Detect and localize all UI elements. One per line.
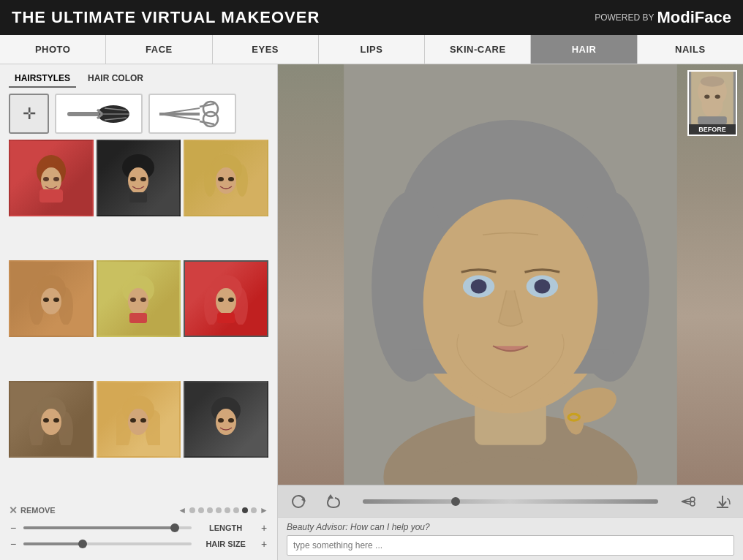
- before-thumbnail: BEFORE: [687, 70, 737, 136]
- crop-scissors-icon: [679, 493, 696, 510]
- tab-photo[interactable]: PHOTO: [0, 35, 106, 64]
- color-slider[interactable]: [363, 499, 658, 504]
- svg-rect-18: [39, 189, 63, 203]
- main-layout: HAIRSTYLES HAIR COLOR ✛: [0, 64, 743, 560]
- nav-tabs: PHOTO FACE EYES LIPS SKIN-CARE HAIR NAIL…: [0, 35, 743, 64]
- remove-button[interactable]: ✕ REMOVE: [9, 504, 56, 516]
- move-icon: ✛: [23, 105, 36, 124]
- hairstyle-item-2[interactable]: [97, 140, 181, 216]
- svg-point-83: [701, 76, 724, 86]
- brush-tool-button[interactable]: [55, 94, 143, 134]
- page-dot-8[interactable]: [251, 507, 257, 513]
- svg-point-52: [43, 418, 49, 423]
- undo-icon-button[interactable]: [322, 490, 345, 513]
- download-icon-button[interactable]: [711, 490, 734, 513]
- hairsize-decrease[interactable]: −: [9, 538, 18, 550]
- before-label: BEFORE: [689, 124, 736, 135]
- hairstyle-item-1[interactable]: [9, 140, 94, 216]
- color-slider-container: [357, 499, 664, 504]
- color-slider-thumb[interactable]: [451, 497, 460, 506]
- brand-name: ModiFace: [657, 8, 731, 27]
- hairstyle-item-7[interactable]: [9, 381, 94, 458]
- hairstyle-item-5[interactable]: [97, 260, 181, 337]
- svg-point-46: [228, 298, 234, 302]
- page-dot-7[interactable]: [242, 507, 248, 513]
- svg-point-63: [228, 418, 234, 423]
- tab-nails[interactable]: NAILS: [638, 35, 743, 64]
- subtab-hair-color[interactable]: HAIR COLOR: [82, 70, 149, 88]
- page-dot-2[interactable]: [198, 507, 204, 513]
- svg-point-38: [130, 298, 136, 302]
- svg-point-94: [690, 502, 695, 506]
- tab-eyes[interactable]: EYES: [213, 35, 319, 64]
- pagination: ◄ ►: [178, 505, 268, 515]
- subtab-hairstyles[interactable]: HAIRSTYLES: [9, 70, 76, 88]
- svg-point-25: [204, 164, 216, 197]
- face-with-hair: BEFORE: [278, 64, 743, 485]
- page-dot-4[interactable]: [216, 507, 222, 513]
- length-decrease[interactable]: −: [9, 522, 18, 534]
- hairstyle-item-8[interactable]: [97, 381, 181, 458]
- svg-point-28: [218, 177, 224, 181]
- hairsize-label: HAIR SIZE: [197, 540, 254, 548]
- beauty-advisor-title: Beauty Advisor:: [287, 522, 348, 532]
- tool-row: ✛: [0, 88, 277, 140]
- pagination-next[interactable]: ►: [260, 505, 268, 515]
- svg-point-59: [140, 418, 146, 423]
- scissors-icon-button[interactable]: [676, 490, 699, 513]
- pagination-prev[interactable]: ◄: [178, 505, 186, 515]
- svg-point-93: [690, 497, 695, 502]
- svg-rect-47: [217, 313, 235, 323]
- undo-icon: [325, 493, 342, 510]
- scissors-tool-button[interactable]: [148, 94, 236, 134]
- hairsize-increase[interactable]: +: [260, 538, 268, 550]
- svg-point-58: [130, 418, 136, 423]
- svg-point-85: [715, 95, 720, 99]
- page-dot-1[interactable]: [189, 507, 195, 513]
- svg-point-82: [702, 91, 723, 118]
- hairsize-track[interactable]: [23, 542, 192, 545]
- tab-skin-care[interactable]: SKIN-CARE: [425, 35, 531, 64]
- length-slider-row: − LENGTH +: [9, 522, 268, 534]
- svg-rect-86: [698, 116, 727, 124]
- length-thumb[interactable]: [170, 523, 179, 532]
- svg-point-53: [53, 418, 59, 423]
- hairstyle-item-9[interactable]: [184, 381, 268, 458]
- tab-face[interactable]: FACE: [106, 35, 212, 64]
- beauty-advisor-input[interactable]: [287, 535, 734, 556]
- svg-rect-40: [129, 313, 147, 323]
- page-dot-6[interactable]: [233, 507, 239, 513]
- page-dot-3[interactable]: [207, 507, 213, 513]
- page-dot-5[interactable]: [225, 507, 230, 513]
- tab-hair[interactable]: HAIR: [531, 35, 637, 64]
- remove-label: REMOVE: [20, 506, 56, 515]
- tab-lips[interactable]: LIPS: [319, 35, 425, 64]
- download-icon: [714, 493, 731, 510]
- hair-size-slider-row: − HAIR SIZE +: [9, 538, 268, 550]
- svg-rect-23: [129, 192, 147, 203]
- app-header: THE ULTIMATE VIRTUAL MAKEOVER POWERED BY…: [0, 0, 743, 35]
- hairstyle-item-6[interactable]: [184, 260, 268, 337]
- rotate-icon: [290, 493, 307, 510]
- hairstyle-item-3[interactable]: [184, 140, 268, 216]
- remove-pagination-row: ✕ REMOVE ◄ ►: [9, 504, 268, 516]
- beauty-advisor: Beauty Advisor: How can I help you?: [278, 517, 743, 560]
- svg-point-29: [228, 177, 234, 181]
- length-label: LENGTH: [197, 523, 254, 532]
- hairsize-thumb[interactable]: [78, 540, 87, 548]
- svg-point-21: [130, 177, 136, 181]
- before-thumb-svg: [689, 72, 736, 124]
- length-increase[interactable]: +: [260, 522, 268, 534]
- hairstyle-item-4[interactable]: [9, 260, 94, 337]
- svg-point-45: [218, 298, 224, 302]
- length-track[interactable]: [23, 526, 192, 529]
- svg-point-84: [704, 95, 709, 99]
- remove-x-icon: ✕: [9, 504, 18, 516]
- sub-tabs: HAIRSTYLES HAIR COLOR: [0, 64, 277, 88]
- svg-line-13: [200, 121, 214, 124]
- right-panel: BEFORE: [278, 64, 743, 560]
- rotate-icon-button[interactable]: [287, 490, 310, 513]
- powered-by-section: POWERED BY ModiFace: [595, 8, 731, 27]
- move-tool-button[interactable]: ✛: [9, 94, 49, 134]
- svg-point-16: [43, 177, 49, 181]
